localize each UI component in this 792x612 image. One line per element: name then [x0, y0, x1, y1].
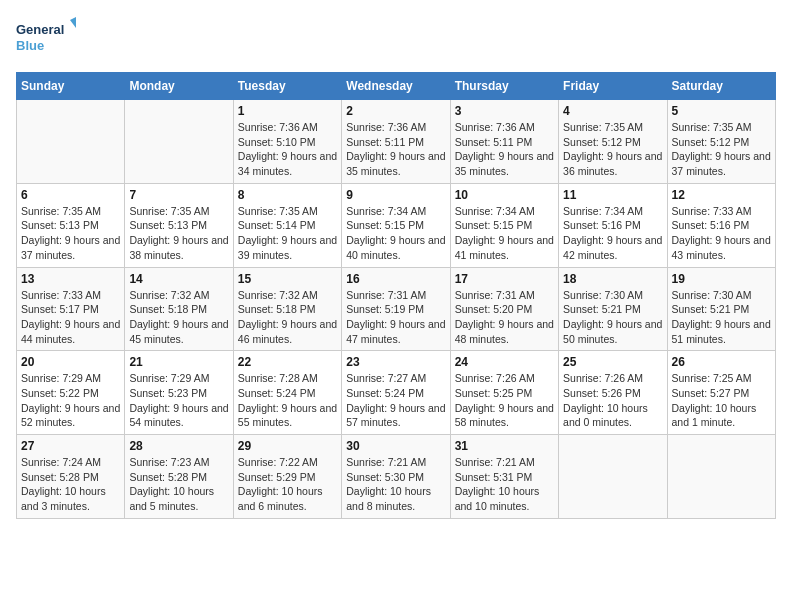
calendar-cell: 29Sunrise: 7:22 AM Sunset: 5:29 PM Dayli… — [233, 435, 341, 519]
svg-text:General: General — [16, 22, 64, 37]
day-detail: Sunrise: 7:21 AM Sunset: 5:31 PM Dayligh… — [455, 455, 554, 514]
calendar-cell: 10Sunrise: 7:34 AM Sunset: 5:15 PM Dayli… — [450, 183, 558, 267]
calendar-cell — [559, 435, 667, 519]
svg-text:Blue: Blue — [16, 38, 44, 53]
calendar-cell: 22Sunrise: 7:28 AM Sunset: 5:24 PM Dayli… — [233, 351, 341, 435]
day-number: 15 — [238, 272, 337, 286]
day-number: 9 — [346, 188, 445, 202]
day-detail: Sunrise: 7:34 AM Sunset: 5:15 PM Dayligh… — [346, 204, 445, 263]
day-detail: Sunrise: 7:27 AM Sunset: 5:24 PM Dayligh… — [346, 371, 445, 430]
day-detail: Sunrise: 7:35 AM Sunset: 5:14 PM Dayligh… — [238, 204, 337, 263]
calendar-cell: 28Sunrise: 7:23 AM Sunset: 5:28 PM Dayli… — [125, 435, 233, 519]
calendar-cell — [125, 100, 233, 184]
calendar-cell: 1Sunrise: 7:36 AM Sunset: 5:10 PM Daylig… — [233, 100, 341, 184]
calendar-cell: 11Sunrise: 7:34 AM Sunset: 5:16 PM Dayli… — [559, 183, 667, 267]
day-detail: Sunrise: 7:25 AM Sunset: 5:27 PM Dayligh… — [672, 371, 771, 430]
calendar-cell: 23Sunrise: 7:27 AM Sunset: 5:24 PM Dayli… — [342, 351, 450, 435]
day-detail: Sunrise: 7:35 AM Sunset: 5:13 PM Dayligh… — [21, 204, 120, 263]
day-number: 22 — [238, 355, 337, 369]
day-number: 20 — [21, 355, 120, 369]
day-number: 12 — [672, 188, 771, 202]
calendar-cell: 13Sunrise: 7:33 AM Sunset: 5:17 PM Dayli… — [17, 267, 125, 351]
day-number: 19 — [672, 272, 771, 286]
day-number: 4 — [563, 104, 662, 118]
calendar-cell: 6Sunrise: 7:35 AM Sunset: 5:13 PM Daylig… — [17, 183, 125, 267]
page-header: General Blue — [16, 16, 776, 60]
day-number: 24 — [455, 355, 554, 369]
day-number: 29 — [238, 439, 337, 453]
calendar-cell: 12Sunrise: 7:33 AM Sunset: 5:16 PM Dayli… — [667, 183, 775, 267]
day-number: 8 — [238, 188, 337, 202]
day-number: 16 — [346, 272, 445, 286]
logo: General Blue — [16, 16, 76, 60]
day-detail: Sunrise: 7:29 AM Sunset: 5:22 PM Dayligh… — [21, 371, 120, 430]
week-row-1: 1Sunrise: 7:36 AM Sunset: 5:10 PM Daylig… — [17, 100, 776, 184]
day-detail: Sunrise: 7:23 AM Sunset: 5:28 PM Dayligh… — [129, 455, 228, 514]
day-detail: Sunrise: 7:21 AM Sunset: 5:30 PM Dayligh… — [346, 455, 445, 514]
calendar-table: SundayMondayTuesdayWednesdayThursdayFrid… — [16, 72, 776, 519]
col-header-thursday: Thursday — [450, 73, 558, 100]
col-header-wednesday: Wednesday — [342, 73, 450, 100]
calendar-cell: 4Sunrise: 7:35 AM Sunset: 5:12 PM Daylig… — [559, 100, 667, 184]
day-detail: Sunrise: 7:34 AM Sunset: 5:16 PM Dayligh… — [563, 204, 662, 263]
day-number: 6 — [21, 188, 120, 202]
day-number: 30 — [346, 439, 445, 453]
day-number: 1 — [238, 104, 337, 118]
day-detail: Sunrise: 7:32 AM Sunset: 5:18 PM Dayligh… — [238, 288, 337, 347]
col-header-friday: Friday — [559, 73, 667, 100]
calendar-cell: 20Sunrise: 7:29 AM Sunset: 5:22 PM Dayli… — [17, 351, 125, 435]
calendar-cell: 18Sunrise: 7:30 AM Sunset: 5:21 PM Dayli… — [559, 267, 667, 351]
week-row-4: 20Sunrise: 7:29 AM Sunset: 5:22 PM Dayli… — [17, 351, 776, 435]
day-detail: Sunrise: 7:24 AM Sunset: 5:28 PM Dayligh… — [21, 455, 120, 514]
svg-marker-2 — [70, 16, 76, 28]
day-number: 5 — [672, 104, 771, 118]
day-detail: Sunrise: 7:34 AM Sunset: 5:15 PM Dayligh… — [455, 204, 554, 263]
day-detail: Sunrise: 7:32 AM Sunset: 5:18 PM Dayligh… — [129, 288, 228, 347]
day-detail: Sunrise: 7:31 AM Sunset: 5:20 PM Dayligh… — [455, 288, 554, 347]
week-row-3: 13Sunrise: 7:33 AM Sunset: 5:17 PM Dayli… — [17, 267, 776, 351]
calendar-cell: 21Sunrise: 7:29 AM Sunset: 5:23 PM Dayli… — [125, 351, 233, 435]
day-number: 28 — [129, 439, 228, 453]
calendar-cell: 2Sunrise: 7:36 AM Sunset: 5:11 PM Daylig… — [342, 100, 450, 184]
day-detail: Sunrise: 7:30 AM Sunset: 5:21 PM Dayligh… — [672, 288, 771, 347]
calendar-cell: 24Sunrise: 7:26 AM Sunset: 5:25 PM Dayli… — [450, 351, 558, 435]
calendar-cell: 5Sunrise: 7:35 AM Sunset: 5:12 PM Daylig… — [667, 100, 775, 184]
calendar-cell: 26Sunrise: 7:25 AM Sunset: 5:27 PM Dayli… — [667, 351, 775, 435]
day-detail: Sunrise: 7:35 AM Sunset: 5:13 PM Dayligh… — [129, 204, 228, 263]
day-number: 13 — [21, 272, 120, 286]
day-detail: Sunrise: 7:33 AM Sunset: 5:16 PM Dayligh… — [672, 204, 771, 263]
day-detail: Sunrise: 7:36 AM Sunset: 5:11 PM Dayligh… — [346, 120, 445, 179]
week-row-2: 6Sunrise: 7:35 AM Sunset: 5:13 PM Daylig… — [17, 183, 776, 267]
calendar-cell: 25Sunrise: 7:26 AM Sunset: 5:26 PM Dayli… — [559, 351, 667, 435]
week-row-5: 27Sunrise: 7:24 AM Sunset: 5:28 PM Dayli… — [17, 435, 776, 519]
col-header-monday: Monday — [125, 73, 233, 100]
day-detail: Sunrise: 7:26 AM Sunset: 5:26 PM Dayligh… — [563, 371, 662, 430]
day-detail: Sunrise: 7:22 AM Sunset: 5:29 PM Dayligh… — [238, 455, 337, 514]
day-number: 25 — [563, 355, 662, 369]
day-number: 11 — [563, 188, 662, 202]
calendar-cell: 8Sunrise: 7:35 AM Sunset: 5:14 PM Daylig… — [233, 183, 341, 267]
col-header-sunday: Sunday — [17, 73, 125, 100]
day-detail: Sunrise: 7:36 AM Sunset: 5:11 PM Dayligh… — [455, 120, 554, 179]
day-number: 31 — [455, 439, 554, 453]
day-detail: Sunrise: 7:29 AM Sunset: 5:23 PM Dayligh… — [129, 371, 228, 430]
col-header-tuesday: Tuesday — [233, 73, 341, 100]
day-number: 17 — [455, 272, 554, 286]
calendar-header-row: SundayMondayTuesdayWednesdayThursdayFrid… — [17, 73, 776, 100]
day-number: 21 — [129, 355, 228, 369]
day-number: 26 — [672, 355, 771, 369]
calendar-cell: 31Sunrise: 7:21 AM Sunset: 5:31 PM Dayli… — [450, 435, 558, 519]
calendar-cell — [17, 100, 125, 184]
logo-svg: General Blue — [16, 16, 76, 60]
calendar-cell: 3Sunrise: 7:36 AM Sunset: 5:11 PM Daylig… — [450, 100, 558, 184]
calendar-cell: 27Sunrise: 7:24 AM Sunset: 5:28 PM Dayli… — [17, 435, 125, 519]
calendar-cell: 17Sunrise: 7:31 AM Sunset: 5:20 PM Dayli… — [450, 267, 558, 351]
day-number: 23 — [346, 355, 445, 369]
calendar-cell: 9Sunrise: 7:34 AM Sunset: 5:15 PM Daylig… — [342, 183, 450, 267]
calendar-cell: 16Sunrise: 7:31 AM Sunset: 5:19 PM Dayli… — [342, 267, 450, 351]
day-number: 2 — [346, 104, 445, 118]
day-detail: Sunrise: 7:33 AM Sunset: 5:17 PM Dayligh… — [21, 288, 120, 347]
day-number: 3 — [455, 104, 554, 118]
calendar-cell: 14Sunrise: 7:32 AM Sunset: 5:18 PM Dayli… — [125, 267, 233, 351]
day-number: 7 — [129, 188, 228, 202]
